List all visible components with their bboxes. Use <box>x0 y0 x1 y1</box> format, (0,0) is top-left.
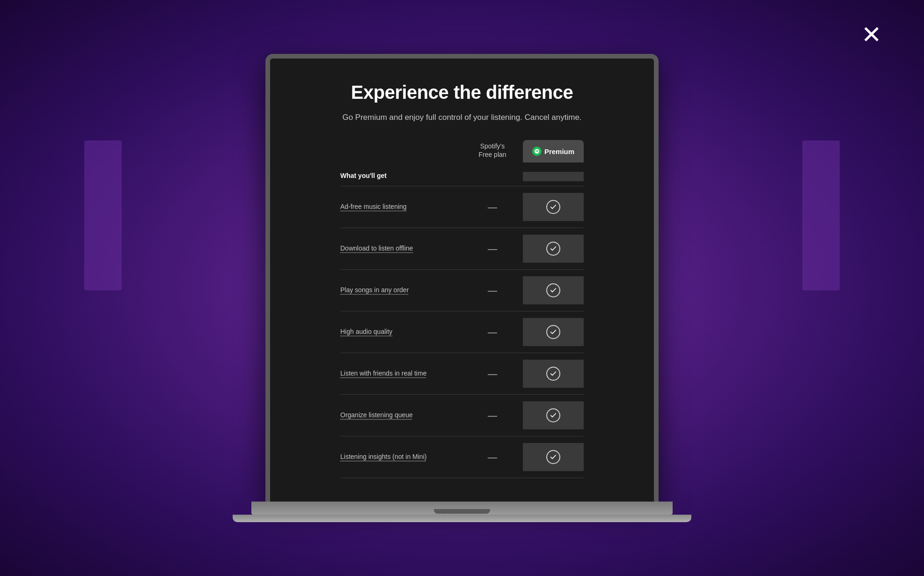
feature-name: Download to listen offline <box>340 244 434 253</box>
screen-content: Experience the difference Go Premium and… <box>270 59 654 502</box>
free-cell: — <box>462 202 523 212</box>
right-accent <box>802 140 840 290</box>
feature-name: High audio quality <box>340 327 434 337</box>
left-accent <box>84 140 122 290</box>
feature-name: Ad-free music listening <box>340 202 434 212</box>
check-icon <box>546 242 560 256</box>
check-icon <box>546 450 560 464</box>
laptop-base <box>233 515 691 522</box>
laptop-bottom-bar <box>251 502 673 515</box>
col-premium-header: Premium <box>523 140 584 162</box>
premium-cell <box>523 276 584 304</box>
premium-cell <box>523 401 584 429</box>
dash-icon: — <box>488 452 497 462</box>
feature-name: Play songs in any order <box>340 286 434 295</box>
feature-name: Organize listening queue <box>340 411 434 420</box>
laptop-notch <box>434 509 490 514</box>
table-row: Organize listening queue— <box>340 395 584 436</box>
table-row: Listen with friends in real time— <box>340 353 584 395</box>
table-row: Ad-free music listening— <box>340 186 584 228</box>
what-youll-get-label: What you'll get <box>340 172 462 181</box>
feature-name: Listen with friends in real time <box>340 369 434 378</box>
premium-cell <box>523 235 584 263</box>
table-row: Listening insights (not in Mini)— <box>340 436 584 478</box>
free-header-empty <box>462 172 523 181</box>
table-header: Spotify'sFree plan Premium <box>340 140 584 167</box>
close-button[interactable]: ✕ <box>861 22 882 47</box>
spotify-logo <box>532 147 542 156</box>
page-title: Experience the difference <box>351 82 573 103</box>
dash-icon: — <box>488 369 497 378</box>
section-header-row: What you'll get <box>340 167 584 186</box>
check-icon <box>546 283 560 297</box>
free-cell: — <box>462 286 523 295</box>
premium-cell <box>523 360 584 388</box>
table-row: High audio quality— <box>340 311 584 353</box>
comparison-table: Spotify'sFree plan Premium What you'll g… <box>340 140 584 478</box>
feature-rows-container: Ad-free music listening— Download to lis… <box>340 186 584 478</box>
free-cell: — <box>462 411 523 420</box>
free-cell: — <box>462 327 523 337</box>
free-cell: — <box>462 244 523 253</box>
dash-icon: — <box>488 244 497 253</box>
laptop-container: Experience the difference Go Premium and… <box>261 54 663 523</box>
table-row: Download to listen offline— <box>340 228 584 270</box>
check-icon <box>546 367 560 381</box>
dash-icon: — <box>488 202 497 212</box>
free-cell: — <box>462 369 523 378</box>
laptop-screen: Experience the difference Go Premium and… <box>265 54 659 502</box>
page-subtitle: Go Premium and enjoy full control of you… <box>342 111 581 124</box>
premium-cell <box>523 318 584 346</box>
premium-header-spacer <box>523 172 584 181</box>
premium-col-label: Premium <box>544 148 574 155</box>
premium-cell <box>523 193 584 221</box>
check-icon <box>546 325 560 339</box>
check-icon <box>546 200 560 214</box>
table-row: Play songs in any order— <box>340 270 584 311</box>
dash-icon: — <box>488 286 497 295</box>
col-free-header: Spotify'sFree plan <box>462 142 523 162</box>
check-icon <box>546 408 560 422</box>
dash-icon: — <box>488 327 497 337</box>
premium-cell <box>523 443 584 471</box>
free-cell: — <box>462 452 523 462</box>
dash-icon: — <box>488 411 497 420</box>
feature-name: Listening insights (not in Mini) <box>340 452 434 462</box>
